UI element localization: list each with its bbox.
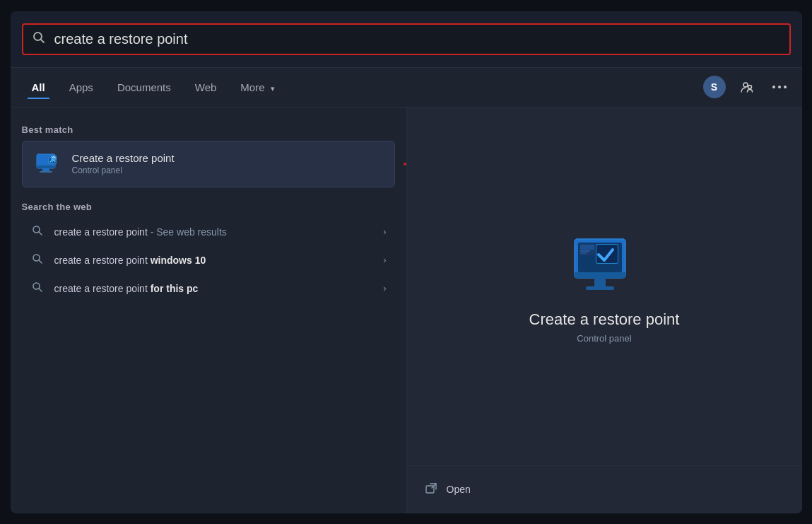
best-match-label: Best match bbox=[22, 124, 395, 135]
web-search-icon-1 bbox=[30, 225, 45, 239]
search-web-label: Search the web bbox=[22, 202, 395, 212]
more-chevron-icon: ▾ bbox=[271, 84, 275, 93]
red-arrow-annotation bbox=[398, 150, 406, 178]
tab-web[interactable]: Web bbox=[185, 76, 227, 99]
search-icon bbox=[32, 30, 46, 48]
tab-apps[interactable]: Apps bbox=[59, 76, 103, 99]
best-match-item[interactable]: Create a restore point Control panel bbox=[22, 141, 395, 187]
svg-point-4 bbox=[772, 86, 775, 88]
web-result-arrow-3: › bbox=[383, 283, 386, 293]
people-icon-button[interactable] bbox=[736, 76, 758, 98]
web-search-icon-3 bbox=[30, 281, 45, 296]
web-result-arrow-2: › bbox=[383, 255, 386, 265]
best-match-subtitle: Control panel bbox=[72, 165, 175, 175]
right-panel-app-subtitle: Control panel bbox=[577, 333, 631, 344]
svg-line-20 bbox=[39, 289, 42, 291]
left-panel: Best match bbox=[11, 107, 406, 513]
best-match-text: Create a restore point Control panel bbox=[72, 152, 175, 175]
user-avatar[interactable]: S bbox=[703, 76, 726, 98]
svg-line-1 bbox=[40, 39, 44, 42]
svg-rect-32 bbox=[580, 252, 587, 254]
nav-tabs: All Apps Documents Web More ▾ S bbox=[11, 68, 802, 107]
svg-rect-24 bbox=[594, 278, 606, 286]
search-input-wrapper[interactable] bbox=[22, 23, 791, 55]
right-panel-actions: Open bbox=[407, 465, 802, 513]
app-icon-large bbox=[569, 235, 640, 299]
web-result-3[interactable]: create a restore point for this pc › bbox=[22, 274, 395, 303]
tab-all[interactable]: All bbox=[22, 76, 55, 99]
web-result-text-3: create a restore point for this pc bbox=[54, 283, 378, 294]
nav-tabs-left: All Apps Documents Web More ▾ bbox=[22, 76, 285, 99]
web-result-arrow-1: › bbox=[383, 226, 386, 237]
svg-rect-26 bbox=[575, 272, 625, 278]
svg-point-5 bbox=[778, 86, 781, 88]
best-match-title: Create a restore point bbox=[72, 152, 175, 164]
nav-right-controls: S bbox=[703, 76, 791, 98]
open-external-icon bbox=[424, 483, 438, 496]
open-action-label: Open bbox=[447, 484, 471, 495]
svg-line-16 bbox=[39, 232, 42, 235]
svg-rect-13 bbox=[51, 156, 57, 160]
main-content: Best match bbox=[11, 107, 802, 513]
best-match-section: Best match bbox=[22, 124, 395, 187]
web-search-icon-2 bbox=[30, 253, 45, 267]
right-panel: Create a restore point Control panel Ope… bbox=[406, 107, 802, 513]
svg-rect-30 bbox=[580, 245, 594, 250]
more-options-button[interactable] bbox=[768, 76, 791, 98]
search-web-section: Search the web create a restore point - … bbox=[22, 202, 395, 303]
svg-rect-9 bbox=[42, 168, 49, 171]
svg-point-3 bbox=[748, 86, 751, 89]
svg-point-2 bbox=[743, 83, 748, 87]
svg-rect-10 bbox=[40, 171, 52, 173]
svg-line-18 bbox=[39, 260, 42, 263]
search-bar bbox=[11, 11, 802, 68]
web-result-2[interactable]: create a restore point windows 10 › bbox=[22, 246, 395, 274]
svg-rect-25 bbox=[586, 286, 614, 290]
search-panel: All Apps Documents Web More ▾ S bbox=[11, 11, 802, 513]
restore-point-icon bbox=[34, 150, 62, 178]
tab-more[interactable]: More ▾ bbox=[230, 76, 284, 99]
tab-documents[interactable]: Documents bbox=[107, 76, 181, 99]
search-input[interactable] bbox=[54, 31, 781, 47]
open-action[interactable]: Open bbox=[421, 477, 788, 502]
web-result-text-1: create a restore point - See web results bbox=[54, 226, 378, 238]
right-panel-app-title: Create a restore point bbox=[529, 310, 680, 329]
right-panel-top: Create a restore point Control panel bbox=[407, 107, 802, 465]
svg-rect-8 bbox=[37, 165, 55, 168]
web-result-text-2: create a restore point windows 10 bbox=[54, 255, 378, 266]
svg-point-6 bbox=[784, 86, 787, 88]
svg-rect-31 bbox=[580, 250, 590, 252]
web-result-1[interactable]: create a restore point - See web results… bbox=[22, 218, 395, 246]
